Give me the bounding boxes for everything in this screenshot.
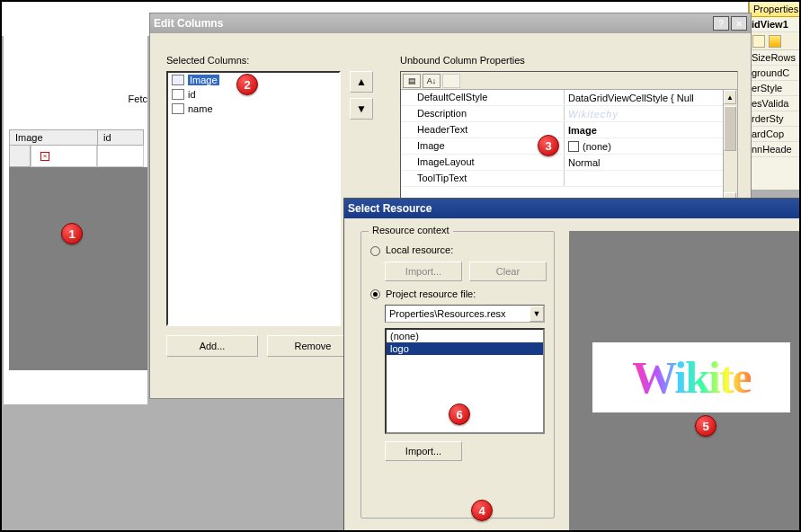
group-label: Resource context [369,225,453,235]
combo-value: Properties\Resources.resx [389,308,506,319]
image-checkbox-icon[interactable] [568,141,579,152]
prop-row[interactable]: erStyle [749,81,800,96]
prop-row[interactable]: nnHeade [749,142,800,157]
categorized-view-icon[interactable]: ▤ [403,74,421,88]
prop-name: ToolTipText [401,171,565,186]
prop-default-cell-style[interactable]: DefaultCellStyle DataGridViewCellStyle {… [401,90,737,106]
text-column-icon [172,89,184,100]
radio-local-icon[interactable] [370,246,380,256]
prop-description[interactable]: Description Wikitechy [401,106,737,122]
prop-row[interactable]: SizeRows [749,50,800,66]
resource-preview-panel: Wikite [569,231,800,531]
select-resource-dialog: Select Resource Resource context Local r… [343,198,801,532]
chevron-down-icon[interactable]: ▼ [530,306,544,322]
unbound-props-label: Unbound Column Properties [400,55,525,66]
prop-row[interactable]: rderSty [749,111,800,127]
project-resource-label: Project resource file: [386,288,476,299]
select-resource-titlebar[interactable]: Select Resource [344,199,800,218]
background-grid-window: Fetc Image id × [4,36,147,404]
categorized-icon[interactable] [752,35,765,48]
prop-header-text[interactable]: HeaderText Image [401,122,737,138]
resource-context-group: Resource context Local resource: Import.… [360,231,555,519]
callout-4: 4 [471,500,493,521]
list-item-label: id [188,89,196,100]
selected-columns-list[interactable]: Image id name [166,71,341,326]
text-column-icon [172,103,184,114]
selected-columns-label: Selected Columns: [166,55,249,66]
prop-name: DefaultCellStyle [401,90,565,105]
list-item-name[interactable]: name [168,102,339,116]
prop-image[interactable]: Image (none) [401,138,737,155]
add-button[interactable]: Add... [166,335,258,357]
logo-preview: Wikite [632,351,751,403]
prop-value[interactable]: (none) [565,138,737,154]
prop-row[interactable]: ardCop [749,127,800,142]
property-grid: ▤ A↓ DefaultCellStyle DataGridViewCellSt… [400,71,738,208]
callout-6: 6 [449,403,470,425]
prop-value[interactable]: Image [565,122,737,137]
local-resource-option[interactable]: Local resource: [370,244,550,256]
prop-tooltip-text[interactable]: ToolTipText [401,171,737,187]
propgrid-tool-icon[interactable] [442,74,460,88]
import-project-button[interactable]: Import... [385,441,462,461]
grid-header-image[interactable]: Image [9,129,97,146]
list-item-label: name [188,103,213,114]
prop-name: ImageLayout [401,155,565,170]
help-button[interactable]: ? [713,16,729,31]
properties-object[interactable]: idView1 [749,17,800,32]
project-resource-option[interactable]: Project resource file: [370,288,550,300]
clear-button[interactable]: Clear [469,262,547,281]
scroll-up-icon[interactable]: ▲ [724,90,736,104]
grid-row[interactable]: × [9,146,147,167]
resource-item-logo[interactable]: logo [387,342,543,355]
preview-image: Wikite [592,342,790,412]
cell-id[interactable] [97,146,144,167]
import-local-button[interactable]: Import... [385,262,462,281]
scroll-thumb[interactable] [724,106,736,151]
properties-sidebar: Properties idView1 SizeRows groundC erSt… [748,1,800,190]
grid-header: Image id [9,129,147,146]
callout-1: 1 [61,223,83,244]
alpha-sort-icon[interactable]: A↓ [423,74,441,88]
watermark: Wikitechy [568,109,619,120]
select-resource-title: Select Resource [348,202,432,215]
row-header[interactable] [9,146,31,167]
grid-body: × [9,146,147,370]
propgrid-rows: DefaultCellStyle DataGridViewCellStyle {… [401,90,737,187]
cell-image[interactable]: × [31,146,97,167]
grid-header-id[interactable]: id [97,129,144,146]
events-icon[interactable] [769,35,781,48]
prop-row[interactable]: groundC [749,66,800,81]
broken-image-icon: × [40,152,49,161]
properties-toolbar [749,32,800,50]
propgrid-scrollbar[interactable]: ▲ ▼ [723,90,737,207]
prop-name: HeaderText [401,122,565,137]
grid-empty [9,167,147,365]
prop-value[interactable]: Normal [565,155,737,170]
prop-value[interactable] [565,171,737,186]
move-up-button[interactable]: ▲ [350,71,373,93]
list-item-label: Image [188,75,219,85]
callout-3: 3 [538,135,559,156]
edit-columns-title: Edit Columns [154,17,223,30]
prop-row[interactable]: esValida [749,96,800,111]
image-column-icon [172,75,184,85]
prop-value[interactable]: DataGridViewCellStyle { Null [565,90,737,105]
resource-file-combo[interactable]: Properties\Resources.resx ▼ [385,305,545,323]
callout-5: 5 [695,415,716,437]
local-resource-label: Local resource: [386,244,453,255]
prop-image-layout[interactable]: ImageLayout Normal [401,155,737,171]
callout-2: 2 [236,74,258,95]
properties-title: Properties [749,1,800,17]
radio-project-icon[interactable] [370,289,380,299]
resource-item-none[interactable]: (none) [387,330,543,342]
fetch-label: Fetc [129,93,147,104]
prop-value[interactable]: Wikitechy [565,106,737,121]
prop-name: Description [401,106,565,121]
propgrid-toolbar: ▤ A↓ [401,72,737,90]
edit-columns-titlebar[interactable]: Edit Columns ? ✕ [150,13,751,33]
prop-value-text: (none) [583,141,611,152]
close-button[interactable]: ✕ [731,16,747,31]
move-down-button[interactable]: ▼ [350,98,373,120]
